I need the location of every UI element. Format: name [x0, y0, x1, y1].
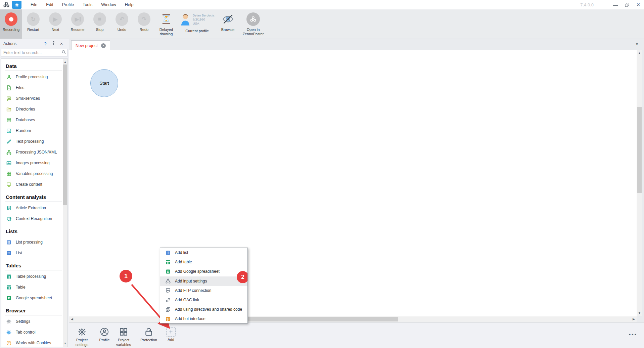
item-label: Variables processing: [16, 171, 53, 176]
sidebar-item-images-processing[interactable]: Images processing: [5, 158, 67, 168]
vertical-scrollbar[interactable]: ▲ ▼: [637, 50, 642, 316]
close-button[interactable]: ×: [633, 0, 644, 9]
scrollbar-thumb[interactable]: [63, 64, 67, 205]
sidebar-item-databases[interactable]: Databases: [5, 115, 67, 125]
scroll-up-icon[interactable]: ▲: [63, 59, 67, 64]
sidebar-scrollbar[interactable]: ▲ ▼: [63, 59, 67, 347]
sidebar-item-processing-json-xml[interactable]: Processing JSON/XML: [5, 147, 67, 158]
project-settings-button[interactable]: Project settings: [70, 327, 94, 347]
resume-button[interactable]: ▶ Resume: [66, 9, 89, 39]
sitemap-icon: [6, 149, 12, 155]
menu-item-add-using-directives[interactable]: Add using directives and shared code: [160, 305, 247, 314]
sidebar-item-list[interactable]: List: [5, 248, 67, 258]
sidebar-item-table-processing[interactable]: Table processing: [5, 271, 67, 282]
browser-label: Browser: [221, 28, 235, 32]
pin-icon[interactable]: [49, 41, 57, 46]
flow-canvas[interactable]: Start: [69, 50, 637, 316]
sidebar-item-directories[interactable]: Directories: [5, 104, 67, 115]
scrollbar-thumb[interactable]: [637, 107, 642, 193]
sidebar-item-variables-processing[interactable]: Variables processing: [5, 168, 67, 179]
menu-edit[interactable]: Edit: [42, 0, 58, 9]
add-button[interactable]: Add: [159, 327, 183, 342]
tab-close-icon[interactable]: ✕: [101, 43, 106, 48]
scroll-up-icon[interactable]: ▲: [638, 51, 641, 55]
sidebar-item-profile-processing[interactable]: Profile processing: [5, 72, 67, 82]
hourglass-icon: [162, 12, 171, 26]
sidebar-item-article-extraction[interactable]: Article Extraction: [5, 203, 67, 213]
sidebar-item-list-processing[interactable]: List processing: [5, 237, 67, 248]
menu-item-add-bot-interface[interactable]: Add bot interface: [160, 314, 247, 323]
delayed-drawing-label: Delayed drawing: [155, 28, 177, 36]
help-icon[interactable]: ?: [41, 41, 49, 46]
image-icon: [6, 160, 12, 166]
sidebar-item-random[interactable]: Random: [5, 125, 67, 136]
menu-item-add-ftp-connection[interactable]: Add FTP connection: [160, 286, 247, 295]
menu-file[interactable]: File: [26, 0, 42, 9]
menu-tools[interactable]: Tools: [78, 0, 97, 9]
item-label: Files: [16, 85, 24, 90]
maximize-button[interactable]: [621, 0, 633, 9]
sidebar-item-google-spreadsheet[interactable]: Google spreadsheet: [5, 293, 67, 303]
restart-button[interactable]: ↻ Restart: [22, 9, 44, 39]
menu-item-add-google-spreadsheet[interactable]: Add Google spreadsheet: [160, 267, 247, 276]
sidebar-item-tab-control[interactable]: Tab control: [5, 327, 67, 338]
grid-icon: [119, 327, 129, 337]
sidebar-item-files[interactable]: Files: [5, 82, 67, 93]
search-input[interactable]: [1, 50, 61, 55]
stop-button[interactable]: ■ Stop: [89, 9, 111, 39]
menu-item-add-list[interactable]: Add list: [160, 248, 247, 257]
browser-button[interactable]: Browser: [217, 9, 239, 39]
menu-item-add-gac-link[interactable]: Add GAC link: [160, 295, 247, 305]
current-profile-button[interactable]: Dylan Berdecia 8/2/1980 USA Current prof…: [177, 9, 217, 39]
menu-help[interactable]: Help: [121, 0, 138, 9]
scrollbar-thumb[interactable]: [235, 317, 398, 321]
profile-dob: 8/2/1980: [193, 17, 214, 21]
person-circle-icon: [99, 327, 109, 337]
delayed-drawing-button[interactable]: Delayed drawing: [155, 9, 177, 39]
project-variables-button[interactable]: Project variables: [111, 327, 136, 347]
horizontal-scrollbar[interactable]: ◀ ▶: [69, 316, 637, 322]
actions-panel: Actions ? × Data Profile processing File…: [0, 39, 69, 348]
undo-button[interactable]: ↶ Undo: [111, 9, 133, 39]
scroll-down-icon[interactable]: ▼: [63, 341, 67, 346]
start-node[interactable]: Start: [90, 69, 118, 97]
panel-close-icon[interactable]: ×: [57, 41, 65, 46]
tab-new-project[interactable]: New project ✕: [71, 40, 110, 50]
protection-button[interactable]: Protection: [137, 327, 161, 343]
restart-icon: ↻: [27, 12, 40, 26]
open-in-zennoposter-button[interactable]: Open in ZennoPoster: [239, 9, 267, 39]
item-label: Table processing: [16, 274, 46, 279]
sheet-icon: [165, 269, 171, 274]
step-2-badge: 2: [237, 271, 248, 283]
sidebar-item-settings[interactable]: Settings: [5, 316, 67, 327]
menu-window[interactable]: Window: [97, 0, 120, 9]
minimize-button[interactable]: —: [610, 0, 621, 9]
scroll-left-icon[interactable]: ◀: [71, 317, 73, 321]
sidebar-item-sms-services[interactable]: Sms-services: [5, 93, 67, 104]
section-heading-tables: Tables: [5, 258, 62, 270]
sidebar-item-table[interactable]: Table: [5, 282, 67, 293]
menu-item-add-table[interactable]: Add table: [160, 257, 247, 267]
undo-icon: ↶: [116, 12, 128, 26]
actions-search[interactable]: [1, 49, 68, 56]
home-button[interactable]: [12, 1, 21, 9]
sidebar-item-create-content[interactable]: Create content: [5, 179, 67, 190]
list-icon: [6, 240, 12, 245]
item-label: Images processing: [16, 161, 50, 165]
menu-item-add-input-settings[interactable]: Add input settings: [160, 276, 247, 286]
menu-profile[interactable]: Profile: [58, 0, 78, 9]
sidebar-item-works-with-cookies[interactable]: Works with Cookies: [5, 338, 67, 347]
sidebar-item-context-recognition[interactable]: Context Recognition: [5, 213, 67, 224]
next-button[interactable]: ▶ Next: [44, 9, 66, 39]
recording-button[interactable]: Recording: [0, 9, 22, 39]
scroll-right-icon[interactable]: ▶: [633, 317, 635, 321]
redo-button[interactable]: ↷ Redo: [133, 9, 155, 39]
chevron-down-icon[interactable]: ▼: [635, 42, 639, 46]
scroll-down-icon[interactable]: ▼: [638, 311, 641, 315]
item-label: Profile processing: [16, 75, 48, 79]
article-icon: [6, 205, 12, 211]
table-icon: [6, 274, 12, 279]
sidebar-item-text-processing[interactable]: Text processing: [5, 136, 67, 147]
section-heading-lists: Lists: [5, 224, 62, 236]
more-options-icon[interactable]: • • •: [629, 332, 637, 337]
